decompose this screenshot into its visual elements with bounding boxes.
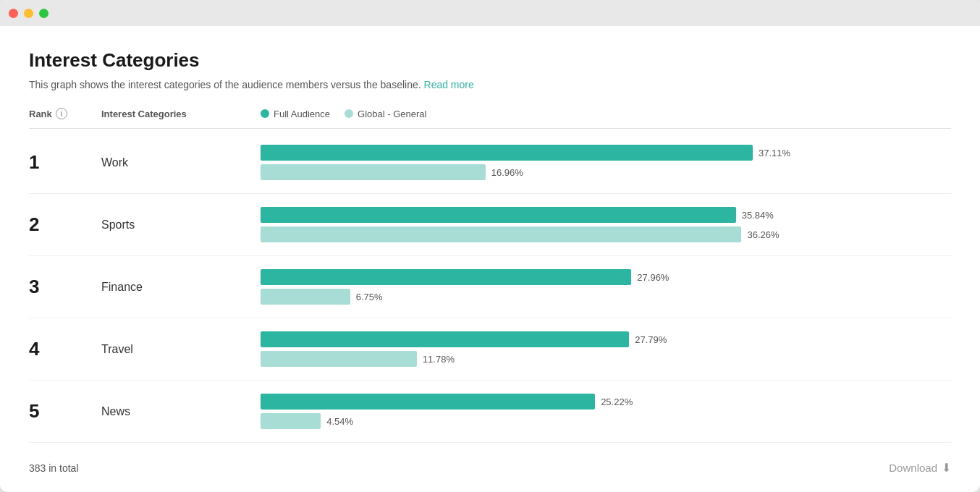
category-name: Work [101,156,246,169]
global-bar-row: 11.78% [261,351,951,367]
category-name: Travel [101,343,246,356]
legend-label-full: Full Audience [274,109,330,119]
read-more-link[interactable]: Read more [424,79,474,90]
full-audience-bar [261,331,629,347]
global-bar-row: 6.75% [261,289,951,305]
global-bar-row: 36.26% [261,226,951,242]
rank-number: 1 [29,151,101,174]
download-button[interactable]: Download ⬇ [889,461,951,475]
bars-container: 37.11% 16.96% [246,145,951,180]
description-text: This graph shows the interest categories… [29,79,951,90]
table-row: 2 Sports 35.84% 36.26% [29,194,951,256]
full-audience-bar [261,145,753,161]
table-row: 4 Travel 27.79% 11.78% [29,318,951,381]
bars-container: 27.79% 11.78% [246,331,951,367]
legend-global-general: Global - General [345,109,426,119]
legend-label-global: Global - General [358,109,426,119]
maximize-button[interactable] [39,9,48,18]
legend-dot-full [261,109,269,118]
global-label: 11.78% [423,354,455,365]
global-label: 36.26% [747,229,779,240]
full-audience-bar [261,269,631,285]
rank-number: 3 [29,276,101,298]
legend-area: Full Audience Global - General [246,109,951,119]
full-audience-label: 37.11% [759,148,790,158]
full-audience-bar-row: 35.84% [261,207,951,223]
rank-info-icon[interactable]: i [56,108,67,119]
category-name: News [101,405,246,418]
minimize-button[interactable] [24,9,33,18]
global-bar [261,226,741,242]
page-title: Interest Categories [29,49,951,72]
titlebar [0,0,980,26]
global-label: 6.75% [356,292,383,302]
bars-container: 25.22% 4.54% [246,394,951,429]
total-count: 383 in total [29,462,79,474]
app-window: Interest Categories This graph shows the… [0,0,980,492]
global-bar [261,289,350,305]
footer: 383 in total Download ⬇ [29,446,951,475]
description-body: This graph shows the interest categories… [29,79,424,90]
full-audience-label: 27.79% [635,334,667,345]
category-name: Finance [101,281,246,294]
global-label: 16.96% [491,167,523,178]
rank-number: 4 [29,338,101,360]
full-audience-bar-row: 25.22% [261,394,951,410]
legend-full-audience: Full Audience [261,109,330,119]
global-bar [261,351,417,367]
full-audience-bar-row: 27.79% [261,331,951,347]
full-audience-bar-row: 27.96% [261,269,951,285]
rank-column-header: Rank i [29,108,101,119]
category-column-header: Interest Categories [101,109,246,119]
data-rows-container: 1 Work 37.11% 16.96% 2 Sports 35.84% [29,132,951,443]
main-content: Interest Categories This graph shows the… [0,26,980,492]
full-audience-label: 35.84% [742,210,774,221]
download-label: Download [889,462,937,474]
chart-legend: Full Audience Global - General [261,109,426,119]
full-audience-label: 25.22% [601,396,633,407]
table-row: 1 Work 37.11% 16.96% [29,132,951,194]
download-icon: ⬇ [942,461,951,475]
global-label: 4.54% [326,416,353,427]
table-row: 3 Finance 27.96% 6.75% [29,256,951,318]
bars-container: 27.96% 6.75% [246,269,951,305]
bars-container: 35.84% 36.26% [246,207,951,242]
close-button[interactable] [9,9,18,18]
rank-number: 5 [29,400,101,423]
global-bar [261,413,321,429]
full-audience-bar-row: 37.11% [261,145,951,161]
full-audience-bar [261,207,736,223]
global-bar [261,164,486,180]
legend-dot-global [345,109,353,118]
full-audience-bar [261,394,595,410]
category-name: Sports [101,219,246,232]
full-audience-label: 27.96% [637,272,669,283]
global-bar-row: 4.54% [261,413,951,429]
table-row: 5 News 25.22% 4.54% [29,381,951,443]
global-bar-row: 16.96% [261,164,951,180]
rank-number: 2 [29,213,101,236]
table-header: Rank i Interest Categories Full Audience… [29,108,951,129]
